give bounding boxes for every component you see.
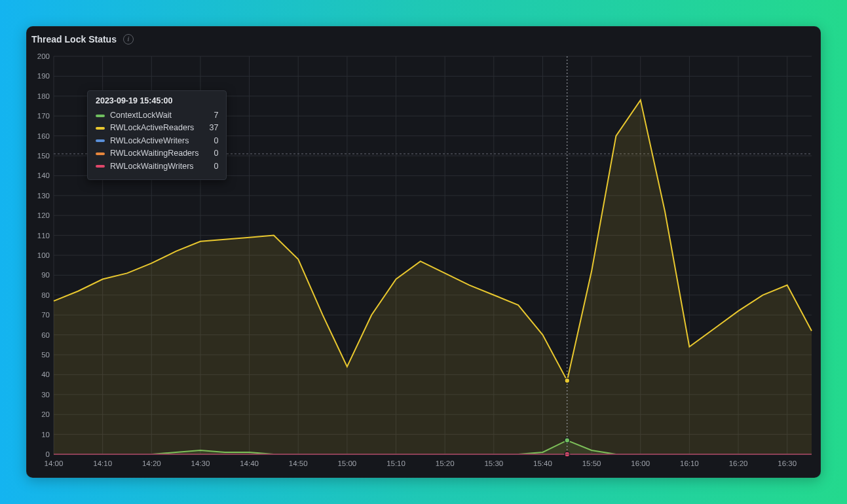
x-tick-label: 14:10 xyxy=(93,459,112,467)
tooltip-series-name: ContextLockWait xyxy=(110,109,198,122)
y-tick-label: 60 xyxy=(41,331,50,339)
legend-swatch xyxy=(96,127,105,130)
info-icon[interactable] xyxy=(123,34,134,45)
y-tick-label: 130 xyxy=(37,192,50,200)
tooltip-row: RWLockActiveWriters0 xyxy=(96,135,218,147)
x-tick-label: 15:40 xyxy=(533,459,552,467)
hover-marker xyxy=(565,378,570,384)
y-tick-label: 40 xyxy=(41,370,50,378)
x-tick-label: 15:00 xyxy=(337,459,356,467)
chart-panel: Thread Lock Status 14:0014:1014:2014:301… xyxy=(26,26,821,478)
legend-swatch xyxy=(96,139,105,142)
y-tick-label: 30 xyxy=(41,391,50,399)
y-tick-label: 90 xyxy=(41,271,50,279)
x-tick-label: 15:20 xyxy=(436,459,455,467)
x-tick-label: 15:30 xyxy=(484,459,503,467)
legend-swatch xyxy=(96,165,105,168)
tooltip-series-name: RWLockActiveWriters xyxy=(110,135,198,147)
tooltip-row: ContextLockWait7 xyxy=(96,109,218,122)
tooltip-row: RWLockWaitingWriters0 xyxy=(96,160,218,173)
x-tick-label: 15:10 xyxy=(386,459,405,467)
y-tick-label: 150 xyxy=(37,152,50,160)
tooltip-row: RWLockActiveReaders37 xyxy=(96,122,218,134)
tooltip-series-name: RWLockWaitingReaders xyxy=(110,147,198,160)
x-tick-label: 16:30 xyxy=(778,459,797,467)
tooltip-timestamp: 2023-09-19 15:45:00 xyxy=(96,96,218,105)
y-tick-label: 170 xyxy=(37,112,50,120)
y-tick-label: 200 xyxy=(37,52,50,60)
y-tick-label: 120 xyxy=(37,211,50,219)
y-tick-label: 0 xyxy=(46,450,50,458)
y-tick-label: 20 xyxy=(41,410,50,418)
hover-marker xyxy=(565,438,570,443)
y-tick-label: 180 xyxy=(37,92,50,100)
panel-header: Thread Lock Status xyxy=(26,26,821,50)
x-tick-label: 15:50 xyxy=(582,459,601,467)
tooltip-series-value: 0 xyxy=(204,160,218,173)
x-tick-label: 16:00 xyxy=(631,459,650,467)
tooltip-series-value: 0 xyxy=(204,147,218,160)
chart-area[interactable]: 14:0014:1014:2014:3014:4014:5015:0015:10… xyxy=(31,52,816,473)
panel-title: Thread Lock Status xyxy=(31,34,117,45)
tooltip-series-name: RWLockWaitingWriters xyxy=(110,160,198,173)
legend-swatch xyxy=(96,115,105,117)
y-tick-label: 140 xyxy=(37,171,50,179)
x-tick-label: 16:10 xyxy=(680,459,699,467)
x-tick-label: 14:30 xyxy=(191,459,210,467)
x-tick-label: 14:00 xyxy=(45,459,64,467)
tooltip-series-value: 0 xyxy=(204,135,218,147)
y-tick-label: 70 xyxy=(41,311,50,319)
tooltip-series-name: RWLockActiveReaders xyxy=(110,122,198,134)
y-tick-label: 100 xyxy=(37,251,50,259)
x-tick-label: 14:20 xyxy=(142,459,161,467)
x-tick-label: 16:20 xyxy=(729,459,748,467)
x-tick-label: 14:50 xyxy=(289,459,308,467)
tooltip-row: RWLockWaitingReaders0 xyxy=(96,147,218,160)
y-tick-label: 110 xyxy=(37,232,50,240)
chart-tooltip: 2023-09-19 15:45:00 ContextLockWait7RWLo… xyxy=(87,90,227,180)
y-tick-label: 160 xyxy=(37,132,50,140)
tooltip-series-value: 37 xyxy=(204,122,218,134)
x-tick-label: 14:40 xyxy=(240,459,259,467)
legend-swatch xyxy=(96,153,105,155)
y-tick-label: 190 xyxy=(37,72,50,80)
y-tick-label: 80 xyxy=(41,291,50,299)
y-tick-label: 10 xyxy=(41,431,50,439)
y-tick-label: 50 xyxy=(41,351,50,359)
tooltip-series-value: 7 xyxy=(204,109,218,122)
